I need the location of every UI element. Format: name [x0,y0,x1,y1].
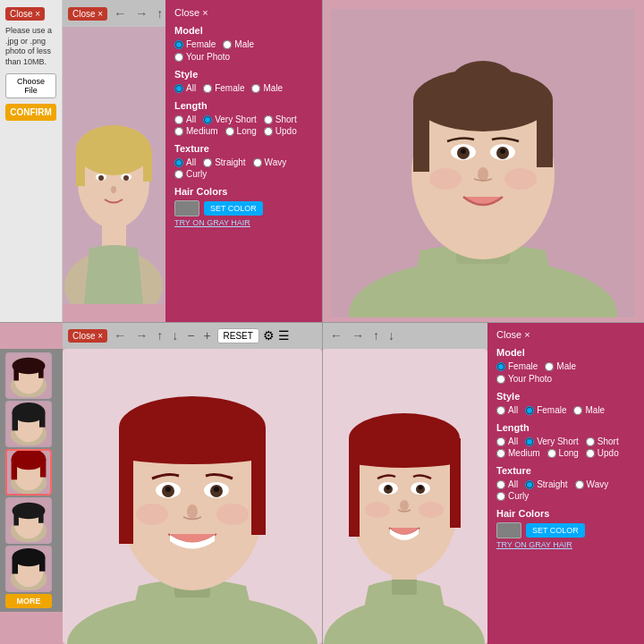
br-texture-title: Texture [496,465,635,476]
tl-texture-all-radio[interactable]: All [174,157,196,167]
svg-rect-5 [76,150,85,186]
tl-try-gray-button[interactable]: TRY ON GRAY HAIR [174,218,250,227]
tl-length-medium-radio[interactable]: Medium [174,126,218,136]
br-face-photo-area [322,349,487,644]
tl-length-short-radio[interactable]: Short [264,114,297,124]
tl-nav-right-button[interactable]: → [132,4,150,22]
thumb-5[interactable] [5,546,52,592]
choose-file-button[interactable]: Choose File [5,73,56,98]
tl-set-color-button[interactable]: SET COLOR [204,201,263,216]
bl-nav-bar: Close × ← → ↑ ↓ − + RESET ⚙ ☰ [63,322,322,349]
svg-rect-52 [13,511,19,526]
upload-panel: Close × Please use a .jpg or .png photo … [0,0,63,322]
br-length-medium-radio[interactable]: Medium [496,448,540,458]
more-button[interactable]: MORE [5,594,52,608]
br-male-radio[interactable]: Male [545,361,576,371]
br-try-gray-button[interactable]: TRY ON GRAY HAIR [496,540,572,549]
bl-nav-close-button[interactable]: Close × [68,329,107,343]
br-style-male-radio[interactable]: Male [573,405,605,415]
bl-nav-minus-button[interactable]: − [184,326,197,344]
tl-style-male-radio[interactable]: Male [251,83,283,93]
tl-length-all-radio[interactable]: All [174,114,196,124]
confirm-button[interactable]: CONFIRM [5,104,56,121]
tl-length-section: Length All Very Short Short Medi [174,100,313,136]
br-texture-all-radio[interactable]: All [496,479,518,489]
tl-female-radio[interactable]: Female [174,39,216,49]
tl-length-updo-radio[interactable]: Updo [264,126,297,136]
bl-nav-plus-button[interactable]: + [200,326,213,344]
br-texture-curly-radio[interactable]: Curly [496,491,529,501]
bl-nav-right-button[interactable]: → [132,326,150,344]
br-nav-right-button[interactable]: → [349,326,367,344]
tl-style-all-radio[interactable]: All [174,83,196,93]
br-texture-straight-radio[interactable]: Straight [525,479,567,489]
svg-point-20 [452,61,514,100]
svg-point-93 [400,500,409,511]
bl-gear-button[interactable]: ⚙ [263,328,275,343]
bl-reset-button[interactable]: RESET [217,328,259,343]
svg-point-10 [123,175,129,181]
tl-upload-close-button[interactable]: Close × [5,7,45,21]
tr-face-photo-area [331,9,635,318]
br-style-all-radio[interactable]: All [496,405,518,415]
br-length-vshort-radio[interactable]: Very Short [525,436,579,446]
br-length-updo-radio[interactable]: Updo [586,448,619,458]
tl-texture-curly-radio[interactable]: Curly [174,169,207,179]
bl-hamburger-button[interactable]: ☰ [278,328,290,343]
tl-male-radio[interactable]: Male [223,39,254,49]
tl-panel-close-button[interactable]: Close × [174,7,208,18]
br-length-all-radio[interactable]: All [496,436,518,446]
br-female-radio[interactable]: Female [496,361,538,371]
br-color-swatch[interactable] [496,522,521,538]
svg-point-26 [500,148,505,154]
bl-nav-up-button[interactable]: ↑ [154,326,165,344]
br-style-section: Style All Female Male [496,391,635,415]
tl-texture-wavy-radio[interactable]: Wavy [253,157,287,167]
bl-nav-down-button[interactable]: ↓ [169,326,181,344]
br-length-section: Length All Very Short Short Medi [496,422,635,458]
br-nav-down-button[interactable]: ↓ [386,326,397,344]
svg-point-9 [98,175,104,181]
br-set-color-button[interactable]: SET COLOR [526,523,585,538]
thumb-3[interactable] [5,449,52,496]
tl-length-vshort-radio[interactable]: Very Short [203,114,257,124]
svg-rect-40 [13,412,18,430]
br-your-photo-radio[interactable]: Your Photo [496,374,552,384]
svg-point-27 [478,167,488,182]
tl-texture-title: Texture [174,143,313,154]
tl-face-photo-area [63,27,165,304]
thumb-2[interactable] [5,401,52,447]
br-nav-left-button[interactable]: ← [327,326,345,344]
br-texture-wavy-radio[interactable]: Wavy [575,479,609,489]
br-model-title: Model [496,347,635,358]
bl-nav-left-button[interactable]: ← [111,326,129,344]
br-model-section: Model Female Male Your Photo [496,347,635,384]
thumb-1[interactable] [5,352,52,399]
br-nav-bar: ← → ↑ ↓ [322,322,492,349]
tl-nav-up-button[interactable]: ↑ [154,4,165,22]
tl-hair-colors-title: Hair Colors [174,186,313,197]
svg-rect-41 [39,412,45,428]
svg-rect-6 [143,150,152,182]
svg-rect-34 [13,366,19,381]
svg-point-75 [187,504,198,519]
tl-length-title: Length [174,100,313,111]
thumb-4[interactable] [5,497,52,544]
svg-rect-59 [39,557,45,572]
tl-length-long-radio[interactable]: Long [225,126,257,136]
br-length-short-radio[interactable]: Short [586,436,619,446]
br-panel-close-button[interactable]: Close × [496,329,530,340]
tl-your-photo-radio[interactable]: Your Photo [174,52,230,62]
tl-texture-straight-radio[interactable]: Straight [203,157,245,167]
br-style-title: Style [496,391,635,402]
svg-point-11 [111,186,116,193]
tl-nav-left-button[interactable]: ← [111,4,129,22]
tr-quadrant [322,0,644,322]
tl-nav-close-button[interactable]: Close × [68,7,107,21]
svg-point-29 [504,168,537,190]
br-length-long-radio[interactable]: Long [547,448,579,458]
br-style-female-radio[interactable]: Female [525,405,566,415]
tl-color-swatch[interactable] [174,200,199,216]
tl-style-female-radio[interactable]: Female [203,83,244,93]
br-nav-up-button[interactable]: ↑ [370,326,382,344]
